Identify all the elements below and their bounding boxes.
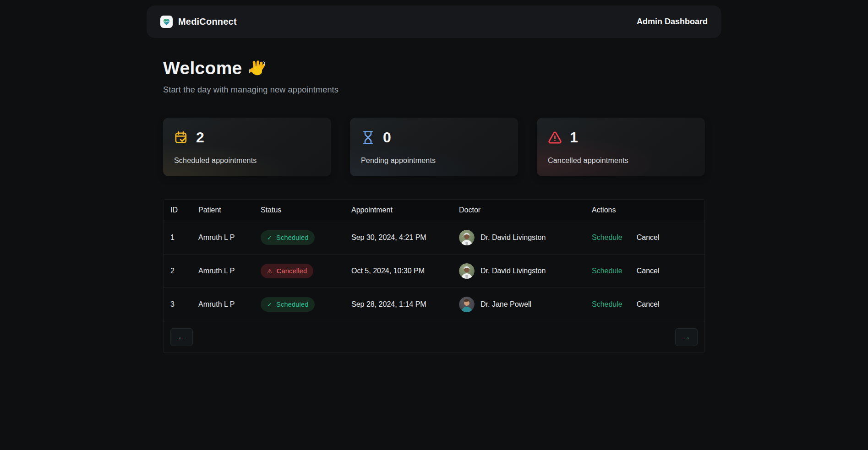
cancel-action[interactable]: Cancel bbox=[637, 233, 660, 242]
mediconnect-logo-icon bbox=[160, 16, 173, 28]
status-badge-label: Cancelled bbox=[277, 267, 307, 275]
schedule-action[interactable]: Schedule bbox=[592, 267, 622, 275]
stat-card-pending: 0 Pending appointments bbox=[350, 118, 518, 176]
cell-appointment: Sep 30, 2024, 4:21 PM bbox=[351, 233, 459, 242]
col-header-actions: Actions bbox=[592, 206, 704, 214]
doctor-avatar bbox=[459, 230, 475, 245]
next-page-button[interactable]: → bbox=[675, 328, 698, 346]
doctor-name: Dr. Jane Powell bbox=[480, 300, 531, 309]
status-badge-label: Scheduled bbox=[276, 301, 308, 308]
page-subtitle: Start the day with managing new appointm… bbox=[163, 85, 705, 95]
stat-label-pending: Pending appointments bbox=[361, 157, 507, 165]
alert-triangle-icon bbox=[548, 130, 562, 145]
warning-icon: ⚠ bbox=[267, 268, 273, 274]
doctor-name: Dr. David Livingston bbox=[480, 233, 546, 242]
cell-patient: Amruth L P bbox=[198, 300, 261, 309]
check-icon: ✓ bbox=[267, 235, 272, 241]
brand[interactable]: MediConnect bbox=[160, 16, 237, 28]
status-badge: ✓ Scheduled bbox=[261, 230, 315, 245]
table-row: 1 Amruth L P ✓ Scheduled Sep 30, 2024, 4… bbox=[164, 221, 704, 254]
col-header-patient: Patient bbox=[198, 206, 261, 214]
cell-patient: Amruth L P bbox=[198, 267, 261, 275]
previous-page-button[interactable]: ← bbox=[170, 328, 193, 346]
page-title: Welcome bbox=[163, 58, 705, 78]
stat-card-scheduled: 2 Scheduled appointments bbox=[163, 118, 331, 176]
status-badge: ✓ Scheduled bbox=[261, 297, 315, 312]
col-header-status: Status bbox=[261, 206, 351, 214]
cancel-action[interactable]: Cancel bbox=[637, 267, 660, 275]
cell-id: 1 bbox=[170, 233, 198, 242]
doctor-avatar bbox=[459, 263, 475, 279]
stat-value-cancelled: 1 bbox=[570, 129, 578, 146]
cell-appointment: Sep 28, 2024, 1:14 PM bbox=[351, 300, 459, 309]
calendar-check-icon bbox=[174, 130, 188, 145]
schedule-action[interactable]: Schedule bbox=[592, 300, 622, 309]
cell-appointment: Oct 5, 2024, 10:30 PM bbox=[351, 267, 459, 275]
brand-name: MediConnect bbox=[178, 16, 237, 27]
stat-label-scheduled: Scheduled appointments bbox=[174, 157, 320, 165]
stat-label-cancelled: Cancelled appointments bbox=[548, 157, 694, 165]
stat-value-scheduled: 2 bbox=[196, 129, 204, 146]
pagination: ← → bbox=[164, 321, 704, 352]
doctor-avatar bbox=[459, 297, 475, 312]
stat-value-pending: 0 bbox=[383, 129, 391, 146]
col-header-doctor: Doctor bbox=[459, 206, 592, 214]
cell-patient: Amruth L P bbox=[198, 233, 261, 242]
schedule-action[interactable]: Schedule bbox=[592, 233, 622, 242]
hourglass-icon bbox=[361, 130, 375, 145]
col-header-appointment: Appointment bbox=[351, 206, 459, 214]
nav-admin-dashboard[interactable]: Admin Dashboard bbox=[637, 17, 708, 27]
welcome-text: Welcome bbox=[163, 58, 242, 78]
header-bar: MediConnect Admin Dashboard bbox=[147, 5, 721, 38]
cell-id: 3 bbox=[170, 300, 198, 309]
status-badge-label: Scheduled bbox=[276, 234, 308, 241]
table-row: 2 Amruth L P ⚠ Cancelled Oct 5, 2024, 10… bbox=[164, 254, 704, 287]
cancel-action[interactable]: Cancel bbox=[637, 300, 660, 309]
stat-card-cancelled: 1 Cancelled appointments bbox=[537, 118, 705, 176]
table-row: 3 Amruth L P ✓ Scheduled Sep 28, 2024, 1… bbox=[164, 287, 704, 321]
arrow-right-icon: → bbox=[682, 332, 691, 342]
check-icon: ✓ bbox=[267, 302, 272, 308]
stats-row: 2 Scheduled appointments 0 Pending appoi… bbox=[163, 118, 705, 176]
col-header-id: ID bbox=[170, 206, 198, 214]
status-badge: ⚠ Cancelled bbox=[261, 264, 313, 278]
cell-id: 2 bbox=[170, 267, 198, 275]
doctor-name: Dr. David Livingston bbox=[480, 267, 546, 275]
arrow-left-icon: ← bbox=[177, 332, 186, 342]
table-header-row: ID Patient Status Appointment Doctor Act… bbox=[164, 200, 704, 221]
appointments-table: ID Patient Status Appointment Doctor Act… bbox=[163, 199, 705, 353]
waving-hand-icon bbox=[248, 59, 267, 78]
